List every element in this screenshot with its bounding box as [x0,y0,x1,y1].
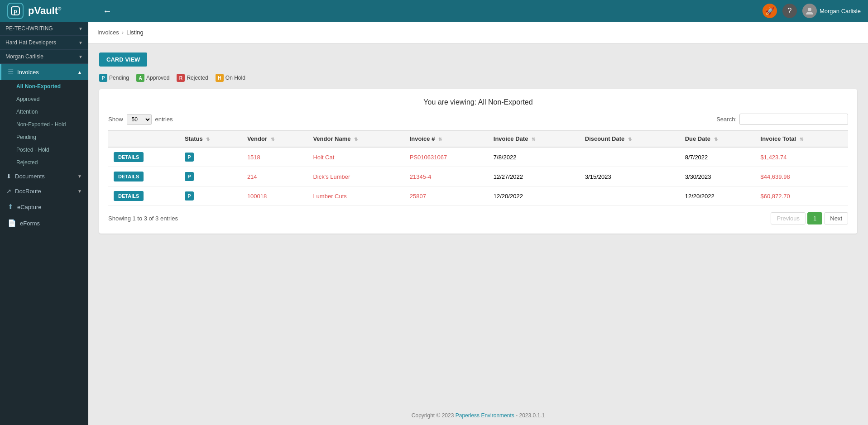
discount-date-cell [580,186,680,206]
vendor-link[interactable]: 214 [247,173,257,180]
sidebar-subitem-rejected[interactable]: Rejected [9,156,88,169]
vendor-cell: 1518 [242,147,308,167]
help-button[interactable]: ? [782,4,797,18]
details-button[interactable]: DETAILS [114,172,144,181]
back-button[interactable]: ← [103,6,112,16]
sidebar-item-eforms[interactable]: 📄 eForms [0,215,88,231]
company-link[interactable]: Paperless Environments [456,412,514,419]
vendor-name-cell: Dick's Lumber [307,167,404,186]
breadcrumb-invoices[interactable]: Invoices [97,29,119,36]
invoice-table: Status ⇅ Vendor ⇅ Vendor Name ⇅ Invoice … [108,130,848,206]
col-status[interactable]: Status ⇅ [179,131,242,148]
table-row: DETAILS P 100018 Lumber Cuts 25807 12/20… [108,186,848,206]
invoice-date-cell: 12/27/2022 [488,167,580,186]
col-vendor-name[interactable]: Vendor Name ⇅ [307,131,404,148]
sidebar-ecapture-label: eCapture [17,204,41,210]
vendor-name-link[interactable]: Lumber Cuts [313,193,346,200]
previous-button[interactable]: Previous [771,212,806,224]
sidebar-subitem-pending[interactable]: Pending [9,131,88,143]
legend-pending: P Pending [99,74,129,82]
col-invoice-total[interactable]: Invoice Total ⇅ [755,131,848,148]
forms-icon: 📄 [8,219,16,227]
legend-rejected: R Rejected [177,74,208,82]
sidebar-subitem-approved[interactable]: Approved [9,93,88,105]
invoice-date-cell: 12/20/2022 [488,186,580,206]
download-icon: ⬇ [6,173,11,180]
details-cell: DETAILS [108,147,179,167]
upload-icon: ⬆ [8,203,14,211]
sidebar-item-invoices[interactable]: ☰ Invoices ▲ [0,64,88,80]
invoice-num-cell: 25807 [404,186,488,206]
approved-label: Approved [146,75,169,81]
col-invoice-num[interactable]: Invoice # ⇅ [404,131,488,148]
chevron-right-icon: ▼ [77,189,82,194]
table-row: DETAILS P 1518 Holt Cat PS010631067 7/8/… [108,147,848,167]
sidebar: PE-TECHWRITING ▼ Hard Hat Developers ▼ M… [0,22,88,425]
sidebar-dropdown-user[interactable]: Morgan Carlisle ▼ [0,50,88,64]
pending-badge: P [99,74,107,82]
showing-entries: Showing 1 to 3 of 3 entries [108,215,178,222]
col-discount-date[interactable]: Discount Date ⇅ [580,131,680,148]
sidebar-item-docroute[interactable]: ↗ DocRoute ▼ [0,184,88,199]
page-1-button[interactable]: 1 [807,212,822,224]
details-button[interactable]: DETAILS [114,191,144,201]
search-box: Search: [716,114,848,125]
discount-date-cell [580,147,680,167]
search-label: Search: [716,116,737,123]
main-layout: PE-TECHWRITING ▼ Hard Hat Developers ▼ M… [0,22,868,425]
sidebar-subitem-posted-hold[interactable]: Posted - Hold [9,143,88,156]
sidebar-org-label: PE-TECHWRITING [5,25,53,32]
details-button[interactable]: DETAILS [114,152,144,162]
vendor-link[interactable]: 100018 [247,193,267,200]
chevron-down-icon: ▼ [78,26,83,31]
sidebar-subitem-non-exported-hold[interactable]: Non-Exported - Hold [9,118,88,131]
sidebar-subitem-attention[interactable]: Attention [9,105,88,118]
next-button[interactable]: Next [824,212,848,224]
invoice-date-cell: 7/8/2022 [488,147,580,167]
invoice-table-container: You are viewing: All Non-Exported Show 5… [99,89,857,234]
entries-select[interactable]: 50 10 25 100 [127,114,152,125]
list-icon: ☰ [8,68,14,76]
copyright-text: Copyright © 2023 [412,412,454,419]
col-due-date[interactable]: Due Date ⇅ [680,131,755,148]
sidebar-dropdown-org[interactable]: PE-TECHWRITING ▼ [0,22,88,36]
user-avatar [802,4,817,18]
legend-on-hold: H On Hold [216,74,245,82]
invoice-total-cell: $1,423.74 [755,147,848,167]
page-footer: Copyright © 2023 Paperless Environments … [88,406,868,425]
table-controls: Show 50 10 25 100 entries Search: [108,114,848,125]
search-input[interactable] [739,114,848,125]
breadcrumb-separator: › [122,29,124,36]
status-cell: P [179,186,242,206]
vendor-link[interactable]: 1518 [247,154,260,161]
show-label: Show [108,116,123,123]
entries-label: entries [155,116,173,123]
vendor-name-link[interactable]: Dick's Lumber [313,173,350,180]
pending-label: Pending [109,75,129,81]
logo-icon: p [7,3,24,19]
top-header: p pVault® ← 🚀 ? Morgan Carlisle [0,0,868,22]
sidebar-dropdown-company[interactable]: Hard Hat Developers ▼ [0,36,88,50]
version-text: - 2023.0.1.1 [516,412,545,419]
col-invoice-date[interactable]: Invoice Date ⇅ [488,131,580,148]
due-date-cell: 12/20/2022 [680,186,755,206]
card-view-button[interactable]: CARD VIEW [99,53,147,67]
invoice-num-cell: PS010631067 [404,147,488,167]
status-cell: P [179,167,242,186]
sidebar-eforms-label: eForms [20,220,40,227]
sidebar-subitem-all-non-exported[interactable]: All Non-Exported [9,80,88,93]
content-area: Invoices › Listing CARD VIEW P Pending A… [88,22,868,425]
status-badge: P [185,172,194,181]
table-footer: Showing 1 to 3 of 3 entries Previous 1 N… [108,212,848,224]
user-menu[interactable]: Morgan Carlisle [802,4,861,18]
rocket-button[interactable]: 🚀 [762,4,777,18]
header-nav: ← [96,6,762,16]
sidebar-item-ecapture[interactable]: ⬆ eCapture [0,199,88,215]
col-vendor[interactable]: Vendor ⇅ [242,131,308,148]
vendor-name-link[interactable]: Holt Cat [313,154,334,161]
rejected-label: Rejected [187,75,208,81]
breadcrumb: Invoices › Listing [88,22,868,43]
on-hold-badge: H [216,74,224,82]
vendor-cell: 100018 [242,186,308,206]
sidebar-item-documents[interactable]: ⬇ Documents ▼ [0,169,88,184]
